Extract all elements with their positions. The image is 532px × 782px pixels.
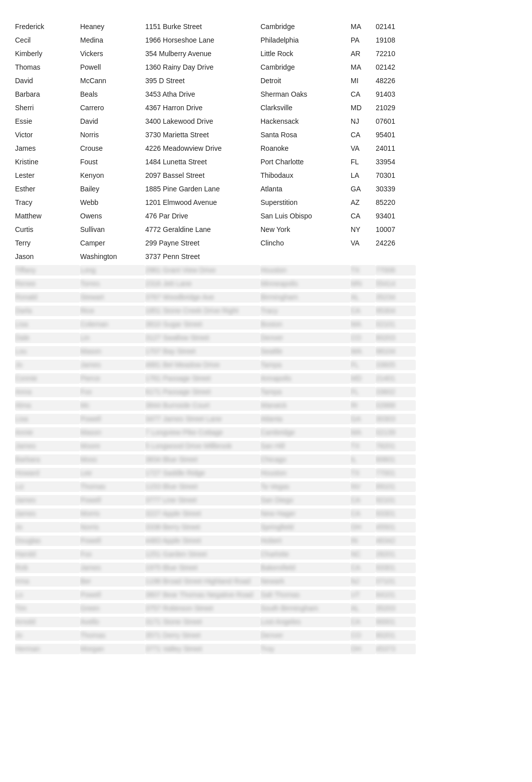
- table-row: TracyWebb1201 Elmwood AvenueSuperstition…: [15, 196, 517, 209]
- table-row: LouMason1707 Bay StreetSeattleWA98104: [15, 345, 517, 358]
- city: Thibodaux: [260, 170, 351, 181]
- last-name: Bailey: [80, 184, 145, 194]
- last-name: Lee: [80, 468, 145, 478]
- last-name: Lin: [80, 333, 145, 343]
- state: VA: [351, 143, 376, 154]
- address: 4367 Harron Drive: [145, 103, 260, 113]
- first-name: Harold: [15, 549, 80, 560]
- state: WA: [351, 346, 376, 357]
- last-name: Mc: [80, 400, 145, 411]
- city: Atlanta: [260, 414, 351, 424]
- city: Denver: [260, 630, 351, 641]
- last-name: Norris: [80, 130, 145, 140]
- first-name: Anna: [15, 387, 80, 397]
- address: 1153 Blue Street: [145, 481, 260, 492]
- state: AL: [351, 603, 376, 614]
- first-name: Dale: [15, 333, 80, 343]
- first-name: Jo: [15, 630, 80, 641]
- state: NJ: [351, 576, 376, 587]
- zip: 02142: [376, 62, 416, 73]
- city: Hobert: [260, 536, 351, 546]
- zip: 02141: [376, 22, 416, 32]
- address: 2316 Jett Lane: [145, 279, 260, 289]
- last-name: James: [80, 360, 145, 370]
- state: IL: [351, 454, 376, 465]
- zip: 07101: [376, 576, 416, 587]
- state: OH: [351, 522, 376, 533]
- table-row: ThomasPowell1360 Rainy Day DriveCambridg…: [15, 61, 517, 74]
- table-row: TerryCamper299 Payne StreetClinchoVA2422…: [15, 236, 517, 250]
- address: 3571 Derry Street: [145, 630, 260, 641]
- state: NC: [351, 549, 376, 560]
- last-name: Rice: [80, 306, 145, 316]
- zip: 89101: [376, 481, 416, 492]
- first-name: David: [15, 76, 80, 86]
- city: Boston: [260, 319, 351, 330]
- state: FL: [351, 157, 376, 167]
- zip: 90001: [376, 617, 416, 627]
- table-row: BarbaraBeals3453 Atha DriveSherman OaksC…: [15, 88, 517, 101]
- address: 3730 Marietta Street: [145, 130, 260, 140]
- state: CA: [351, 617, 376, 627]
- table-row: HaroldFox1251 Garden StreetCharlotteNC28…: [15, 548, 517, 561]
- city: Atlanta: [260, 184, 351, 194]
- table-row: ReneeTorres2316 Jett LaneMinneapolisMN55…: [15, 277, 517, 291]
- city: Clincho: [260, 238, 351, 248]
- first-name: Thomas: [15, 62, 80, 73]
- last-name: Foust: [80, 157, 145, 167]
- table-row: LizThomas1153 Blue StreetTa VegasNV89101: [15, 480, 517, 493]
- address: 3844 Burnside Court: [145, 400, 260, 411]
- first-name: Irma: [15, 576, 80, 587]
- table-row: LoPowell3807 Bear Thomas Negative RoadSa…: [15, 588, 517, 602]
- zip: 93301: [376, 563, 416, 573]
- first-name: Alma: [15, 400, 80, 411]
- last-name: Thomas: [80, 630, 145, 641]
- zip: 98104: [376, 346, 416, 357]
- address: 3338 Berry Street: [145, 522, 260, 533]
- state: CA: [351, 130, 376, 140]
- first-name: Barbara: [15, 454, 80, 465]
- first-name: Herman: [15, 644, 80, 654]
- city: Newark: [260, 576, 351, 587]
- last-name: Thomas: [80, 481, 145, 492]
- address: 3737 Penn Street: [145, 251, 260, 262]
- city: San Diego: [260, 495, 351, 505]
- state: AZ: [351, 197, 376, 208]
- zip: 35234: [376, 292, 416, 303]
- zip: 24226: [376, 238, 416, 248]
- city: Annapolis: [260, 373, 351, 384]
- table-row: JoThomas3571 Derry StreetDenverCO80201: [15, 629, 517, 642]
- zip: 91403: [376, 89, 416, 100]
- first-name: Kimberly: [15, 49, 80, 59]
- zip: 30303: [376, 414, 416, 424]
- address: 3477 James Street Lane: [145, 414, 260, 424]
- address: 4483 Apple Street: [145, 536, 260, 546]
- zip: 95304: [376, 306, 416, 316]
- last-name: Kenyon: [80, 170, 145, 181]
- table-row: HowardLee1727 Saddle RidgeHoustonTX77001: [15, 466, 517, 480]
- last-name: Mason: [80, 346, 145, 357]
- city: Troy: [260, 644, 351, 654]
- address: 1201 Elmwood Avenue: [145, 197, 260, 208]
- address: 7 Longview Pike Cottage: [145, 427, 260, 438]
- last-name: Heaney: [80, 22, 145, 32]
- zip: 72210: [376, 49, 416, 59]
- state: AR: [351, 49, 376, 59]
- table-row: AnnieMason7 Longview Pike CottageCambrid…: [15, 426, 517, 439]
- last-name: Fox: [80, 549, 145, 560]
- zip: 07601: [376, 116, 416, 127]
- last-name: Avello: [80, 617, 145, 627]
- first-name: James: [15, 495, 80, 505]
- address: 6171 Passage Street: [145, 387, 260, 397]
- first-name: Jo: [15, 360, 80, 370]
- state: CO: [351, 630, 376, 641]
- zip: 24011: [376, 143, 416, 154]
- last-name: Torres: [80, 279, 145, 289]
- zip: 93401: [376, 211, 416, 221]
- address: 3767 Woodbridge Ave: [145, 292, 260, 303]
- zip: 21401: [376, 373, 416, 384]
- last-name: Carrero: [80, 103, 145, 113]
- last-name: Moss: [80, 454, 145, 465]
- zip: 21029: [376, 103, 416, 113]
- first-name: Cecil: [15, 35, 80, 46]
